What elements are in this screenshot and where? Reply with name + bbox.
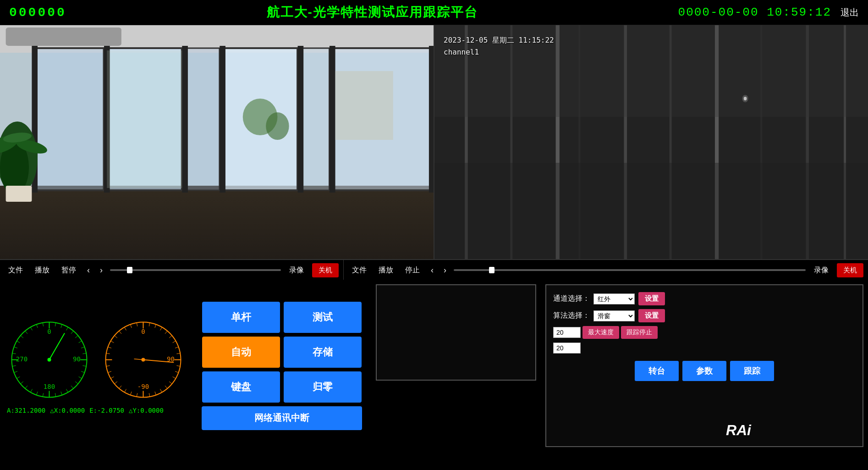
network-button[interactable]: 网络通讯中断 (202, 406, 362, 430)
right-progress-bar[interactable] (454, 269, 806, 271)
top-bar: 000000 航工大-光学特性测试应用跟踪平台 0000-00-00 10:59… (0, 0, 868, 25)
single-bar-button[interactable]: 单杆 (202, 302, 280, 333)
svg-rect-41 (434, 163, 868, 259)
track-controls-box: 通道选择： 红外 可见 设置 算法选择： 滑窗 相关 设置 最大速度 (545, 284, 863, 447)
btn-row-3: 键盘 归零 (202, 371, 362, 403)
track-stop-button[interactable]: 跟踪停止 (621, 326, 658, 339)
params-button[interactable]: 参数 (682, 361, 726, 381)
right-stop-button[interactable]: 停止 (401, 264, 423, 277)
save-button[interactable]: 存储 (284, 337, 362, 368)
status-a: A:321.2000 (7, 407, 45, 414)
counter-left: 000000 (9, 6, 66, 20)
right-record-button[interactable]: 录像 (810, 264, 832, 277)
gauges-panel: A:321.2000 △X:0.0000 E:-2.0750 △Y:0.0000 (0, 280, 192, 452)
channel-label: 通道选择： (553, 294, 590, 304)
svg-rect-21 (335, 71, 393, 140)
track-video-display (376, 284, 536, 381)
svg-rect-18 (107, 50, 182, 188)
svg-rect-14 (220, 46, 225, 193)
bottom-track-buttons: 转台 参数 跟踪 (553, 361, 856, 381)
video-area: 2023-12-05 星期二 11:15:22 channel1 (0, 25, 868, 259)
svg-rect-5 (35, 48, 104, 190)
max-speed-button[interactable]: 最大速度 (582, 326, 619, 339)
rai-label: RAi (726, 422, 751, 439)
speed-input-1[interactable] (553, 327, 581, 338)
left-progress-bar[interactable] (110, 269, 281, 271)
keyboard-button[interactable]: 键盘 (202, 371, 280, 403)
left-play-button[interactable]: 播放 (31, 264, 53, 277)
btn-row-1: 单杆 测试 (202, 302, 362, 333)
right-play-button[interactable]: 播放 (375, 264, 397, 277)
test-button[interactable]: 测试 (284, 302, 362, 333)
exit-button[interactable]: 退出 (841, 6, 859, 19)
track-button[interactable]: 跟踪 (730, 361, 774, 381)
orange-gauge (101, 317, 186, 402)
svg-rect-24 (6, 186, 32, 202)
right-shutdown-button[interactable]: 关机 (837, 263, 863, 277)
ir-timestamp: 2023-12-05 星期二 11:15:22 channel1 (444, 34, 554, 58)
svg-rect-15 (298, 46, 304, 193)
right-prev-button[interactable]: ‹ (428, 265, 436, 276)
algorithm-set-button[interactable]: 设置 (638, 309, 665, 322)
svg-rect-16 (330, 46, 335, 193)
status-dy: △Y:0.0000 (129, 407, 164, 414)
status-e: E:-2.0750 (89, 407, 124, 414)
channel-select[interactable]: 红外 可见 (593, 293, 635, 304)
svg-rect-2 (6, 28, 121, 46)
left-pause-button[interactable]: 暂停 (58, 264, 80, 277)
auto-button[interactable]: 自动 (202, 337, 280, 368)
btn-row-2: 自动 存储 (202, 337, 362, 368)
app-title: 航工大-光学特性测试应用跟踪平台 (267, 4, 478, 21)
turntable-button[interactable]: 转台 (635, 361, 679, 381)
svg-rect-13 (182, 46, 188, 193)
speed-input-2[interactable] (553, 343, 581, 354)
tracking-panel: 通道选择： 红外 可见 设置 算法选择： 滑窗 相关 设置 最大速度 (371, 280, 868, 452)
left-record-button[interactable]: 录像 (286, 264, 308, 277)
right-next-button[interactable]: › (441, 265, 449, 276)
svg-point-43 (742, 95, 748, 102)
center-controls: 单杆 测试 自动 存储 键盘 归零 网络通讯中断 (192, 280, 371, 452)
svg-rect-4 (0, 186, 434, 259)
right-file-button[interactable]: 文件 (348, 264, 370, 277)
left-file-button[interactable]: 文件 (5, 264, 27, 277)
green-gauge (7, 317, 92, 402)
svg-rect-9 (301, 48, 330, 190)
datetime-display: 0000-00-00 10:59:12 (678, 6, 831, 19)
video-panel-left (0, 25, 434, 259)
channel-set-button[interactable]: 设置 (638, 292, 665, 305)
algorithm-label: 算法选择： (553, 311, 590, 321)
algorithm-select[interactable]: 滑窗 相关 (593, 310, 635, 321)
bottom-area: A:321.2000 △X:0.0000 E:-2.0750 △Y:0.0000… (0, 280, 868, 452)
btn-row-4: 网络通讯中断 (202, 406, 362, 430)
reset-button[interactable]: 归零 (284, 371, 362, 403)
svg-rect-17 (429, 46, 434, 193)
svg-rect-7 (185, 48, 220, 190)
left-shutdown-button[interactable]: 关机 (312, 263, 339, 277)
svg-point-20 (266, 112, 289, 140)
video-panel-right: 2023-12-05 星期二 11:15:22 channel1 (434, 25, 868, 259)
status-dx: △X:0.0000 (50, 407, 85, 414)
left-prev-button[interactable]: ‹ (84, 265, 93, 276)
left-next-button[interactable]: › (97, 265, 105, 276)
